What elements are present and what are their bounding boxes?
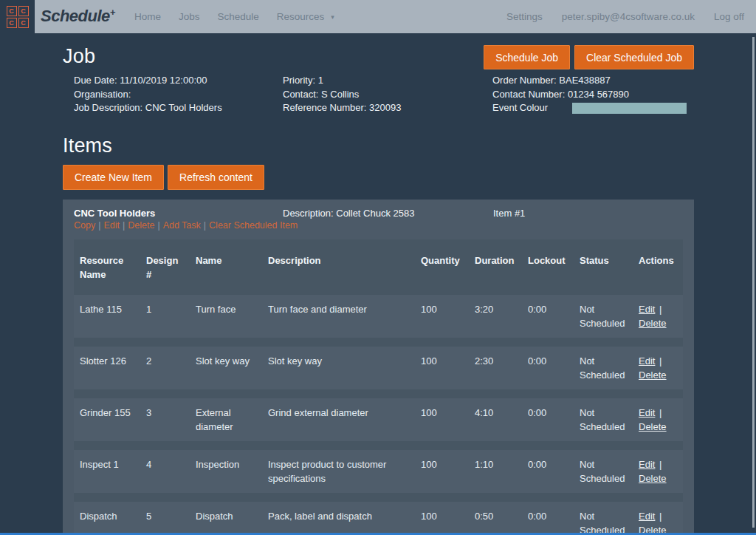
job-field: Reference Number: 320093 — [283, 101, 492, 115]
logo-grid-icon: CCCC — [7, 6, 29, 28]
nav-link-logoff[interactable]: Log off — [714, 11, 744, 22]
cell-quantity: 100 — [415, 502, 469, 535]
tasks-table-header-row: Resource NameDesign #NameDescriptionQuan… — [74, 248, 683, 286]
item-action-links: Copy|Edit|Delete|Add Task|Clear Schedule… — [74, 220, 683, 231]
cell-actions: Edit | Delete — [633, 295, 683, 338]
column-header: Status — [574, 248, 633, 286]
job-field-value: 1 — [318, 75, 323, 86]
cell-description: Inspect product to customer specificatio… — [262, 450, 415, 493]
job-field-value: S Collins — [321, 89, 359, 100]
job-field: Event Colour — [492, 101, 694, 115]
cell-quantity: 100 — [415, 450, 469, 493]
cell-status: Not Scheduled — [574, 347, 633, 389]
item-link-delete[interactable]: Delete — [128, 220, 154, 231]
cell-resource: Slotter 126 — [74, 347, 140, 389]
row-delete-link[interactable]: Delete — [639, 318, 667, 329]
main-content: Job Schedule Job Clear Scheduled Job Due… — [0, 33, 756, 535]
cell-name: Dispatch — [190, 502, 262, 535]
logo-letter-icon: C — [7, 18, 17, 28]
nav-links: HomeJobsScheduleResources▾ — [134, 11, 334, 22]
cell-description: Pack, label and dispatch — [262, 502, 415, 535]
job-field: Priority: 1 — [283, 74, 492, 88]
scrollbar-thumb[interactable] — [752, 37, 755, 528]
cell-name: Turn face — [190, 295, 262, 338]
cell-status: Not Scheduled — [574, 398, 633, 441]
nav-link-jobs[interactable]: Jobs — [179, 11, 200, 22]
nav-link-settings[interactable]: Settings — [506, 11, 543, 22]
job-heading: Job — [63, 45, 95, 68]
job-field-value: 11/10/2019 12:00:00 — [120, 75, 207, 86]
job-field: Order Number: BAE438887 — [492, 74, 694, 88]
job-details-column: Order Number: BAE438887Contact Number: 0… — [492, 74, 694, 115]
cell-name: External diameter — [190, 398, 262, 441]
row-delete-link[interactable]: Delete — [639, 421, 667, 432]
row-edit-link[interactable]: Edit — [639, 511, 655, 522]
create-new-item-button[interactable]: Create New Item — [63, 165, 164, 190]
job-field-value: CNC Tool Holders — [145, 102, 222, 113]
job-section: Job Schedule Job Clear Scheduled Job Due… — [63, 45, 694, 115]
cell-duration: 2:30 — [469, 347, 522, 389]
job-field: Contact: S Collins — [283, 88, 492, 102]
job-field: Contact Number: 01234 567890 — [492, 88, 694, 102]
chevron-down-icon: ▾ — [331, 13, 334, 21]
job-details-column: Priority: 1Contact: S CollinsReference N… — [283, 74, 492, 115]
job-header: Job Schedule Job Clear Scheduled Job — [63, 45, 694, 69]
link-separator: | — [98, 220, 100, 231]
tasks-table-body: Lathe 1151Turn faceTurn face and diamete… — [74, 295, 683, 535]
row-edit-link[interactable]: Edit — [639, 355, 655, 367]
refresh-content-button[interactable]: Refresh content — [168, 165, 264, 190]
cell-lockout: 0:00 — [522, 295, 574, 338]
cell-status: Not Scheduled — [574, 295, 633, 338]
cell-design: 1 — [140, 295, 190, 338]
link-separator: | — [157, 220, 159, 231]
row-edit-link[interactable]: Edit — [639, 459, 655, 470]
link-separator: | — [656, 511, 662, 522]
cell-actions: Edit | Delete — [633, 347, 683, 389]
cell-design: 4 — [140, 450, 190, 493]
table-row: Grinder 1553External diameterGrind exter… — [74, 398, 683, 441]
cell-status: Not Scheduled — [574, 502, 633, 535]
job-field-label: Organisation: — [74, 89, 131, 100]
column-header: Quantity — [415, 248, 469, 286]
row-delete-link[interactable]: Delete — [639, 369, 667, 381]
link-separator: | — [656, 407, 662, 418]
brand-title[interactable]: Schedule+ — [41, 7, 115, 26]
column-header: Name — [190, 248, 262, 286]
app-logo[interactable]: CCCC — [0, 0, 35, 33]
item-link-edit[interactable]: Edit — [103, 220, 120, 231]
row-edit-link[interactable]: Edit — [639, 304, 655, 315]
nav-link-schedule[interactable]: Schedule — [217, 11, 258, 22]
item-link-add-task[interactable]: Add Task — [163, 220, 201, 231]
job-buttons: Schedule Job Clear Scheduled Job — [484, 45, 694, 69]
column-header: Lockout — [522, 248, 574, 286]
link-separator: | — [656, 355, 662, 367]
items-heading: Items — [63, 134, 694, 157]
column-header: Duration — [469, 248, 522, 286]
job-field-value: 320093 — [369, 102, 401, 113]
item-card-header: CNC Tool Holders Description: Collet Chu… — [74, 208, 683, 219]
table-row: Slotter 1262Slot key waySlot key way1002… — [74, 347, 683, 389]
schedule-job-button[interactable]: Schedule Job — [484, 45, 570, 69]
cell-duration: 1:10 — [469, 450, 522, 493]
column-header: Description — [262, 248, 415, 286]
items-buttons: Create New Item Refresh content — [63, 165, 694, 190]
nav-link-home[interactable]: Home — [134, 11, 161, 22]
nav-link-resources[interactable]: Resources▾ — [277, 11, 334, 22]
item-link-copy[interactable]: Copy — [74, 220, 95, 231]
item-link-clear-scheduled-item[interactable]: Clear Scheduled Item — [209, 220, 298, 231]
cell-duration: 4:10 — [469, 398, 522, 441]
row-delete-link[interactable]: Delete — [639, 473, 667, 484]
job-field-label: Priority: — [283, 75, 318, 86]
row-edit-link[interactable]: Edit — [639, 407, 655, 418]
cell-resource: Dispatch — [74, 502, 140, 535]
cell-description: Turn face and diameter — [262, 295, 415, 338]
clear-scheduled-job-button[interactable]: Clear Scheduled Job — [574, 45, 694, 69]
cell-actions: Edit | Delete — [633, 502, 683, 535]
user-email-link[interactable]: peter.spiby@4csoftware.co.uk — [562, 11, 695, 22]
cell-design: 3 — [140, 398, 190, 441]
job-details-column: Due Date: 11/10/2019 12:00:00Organisatio… — [74, 74, 283, 115]
event-colour-swatch[interactable] — [572, 103, 687, 114]
cell-description: Grind external diameter — [262, 398, 415, 441]
column-header: Design # — [140, 248, 190, 286]
cell-status: Not Scheduled — [574, 450, 633, 493]
